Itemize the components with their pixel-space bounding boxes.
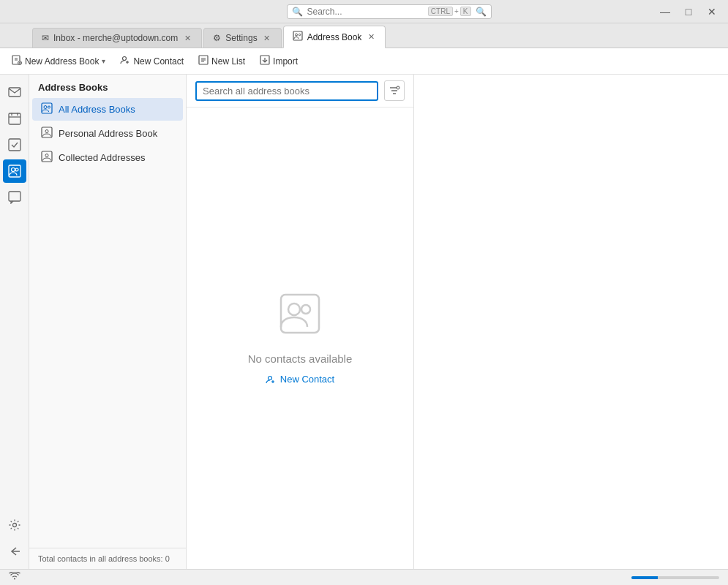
empty-new-contact-link[interactable]: New Contact	[266, 374, 334, 385]
sidebar-footer: Total contacts in all address books: 0	[29, 548, 186, 569]
import-icon	[260, 55, 270, 67]
nav-chat-button[interactable]	[3, 186, 26, 209]
import-label: Import	[273, 56, 298, 67]
titlebar: 🔍 CTRL + K 🔍 — □ ✕	[0, 0, 728, 23]
main-content: No contacts available New Contact	[187, 75, 413, 569]
filter-button[interactable]	[384, 80, 405, 101]
statusbar	[0, 569, 728, 585]
new-address-book-button[interactable]: New Address Book ▾	[6, 52, 111, 70]
statusbar-wifi-icon	[9, 572, 20, 583]
nav-contacts-button[interactable]	[3, 159, 26, 183]
svg-point-2	[299, 34, 300, 35]
sidebar-section-title: Address Books	[29, 75, 186, 97]
new-list-icon	[198, 55, 209, 67]
nav-back-button[interactable]	[3, 540, 26, 563]
svg-rect-27	[9, 192, 20, 201]
svg-rect-0	[293, 31, 302, 40]
search-shortcut: CTRL + K	[428, 7, 471, 16]
svg-point-1	[295, 34, 297, 36]
tab-settings-close[interactable]: ✕	[262, 33, 272, 43]
import-button[interactable]: Import	[254, 52, 304, 70]
tab-inbox-close[interactable]: ✕	[182, 33, 192, 43]
svg-rect-18	[9, 88, 20, 97]
titlebar-search-input[interactable]	[307, 7, 424, 17]
close-button[interactable]: ✕	[702, 4, 722, 20]
all-addressbooks-icon	[41, 102, 53, 116]
svg-point-40	[397, 86, 399, 89]
sidebar-item-all[interactable]: All Address Books	[32, 98, 183, 121]
nav-calendar-button[interactable]	[3, 107, 26, 130]
svg-point-25	[11, 168, 15, 172]
empty-new-contact-label: New Contact	[280, 374, 334, 385]
sidebar-item-all-label: All Address Books	[59, 104, 135, 115]
new-address-book-dropdown[interactable]: ▾	[102, 57, 105, 65]
tab-addressbook[interactable]: Address Book ✕	[283, 26, 386, 48]
maximize-button[interactable]: □	[678, 4, 699, 20]
new-contact-icon	[120, 55, 130, 67]
personal-addressbook-icon	[41, 127, 53, 140]
svg-point-44	[268, 376, 271, 380]
tab-settings-label: Settings	[225, 33, 257, 43]
titlebar-search[interactable]: 🔍 CTRL + K 🔍	[287, 4, 492, 19]
new-list-label: New List	[211, 56, 245, 67]
new-contact-button[interactable]: New Contact	[114, 52, 189, 70]
svg-point-26	[15, 168, 18, 171]
nav-tasks-button[interactable]	[3, 133, 26, 156]
inbox-tab-icon: ✉	[42, 33, 49, 43]
search-box[interactable]	[195, 81, 378, 101]
svg-point-28	[12, 524, 16, 527]
svg-point-32	[48, 106, 50, 108]
minimize-button[interactable]: —	[655, 4, 675, 20]
sidebar-item-personal[interactable]: Personal Address Book	[32, 122, 183, 145]
tab-addressbook-close[interactable]: ✕	[366, 32, 376, 42]
svg-point-34	[45, 130, 48, 133]
tab-addressbook-label: Address Book	[307, 32, 362, 42]
nav-settings-button[interactable]	[3, 513, 26, 537]
tab-inbox[interactable]: ✉ Inbox - merche@uptodown.com ✕	[32, 28, 202, 48]
search-icon: 🔍	[292, 7, 303, 17]
settings-tab-icon: ⚙	[213, 33, 221, 43]
svg-point-31	[44, 106, 47, 109]
svg-point-43	[301, 305, 310, 314]
sidebar-item-collected[interactable]: Collected Addresses	[32, 146, 183, 169]
main-layout: Address Books All Address Books Personal…	[0, 75, 728, 569]
statusbar-right	[631, 576, 719, 579]
nav-email-button[interactable]	[3, 80, 26, 104]
new-list-button[interactable]: New List	[192, 52, 251, 70]
svg-rect-41	[281, 295, 319, 333]
tabbar: ✉ Inbox - merche@uptodown.com ✕ ⚙ Settin…	[0, 23, 728, 48]
tab-settings[interactable]: ⚙ Settings ✕	[203, 28, 281, 48]
addressbook-sidebar: Address Books All Address Books Personal…	[29, 75, 187, 569]
statusbar-progress	[631, 576, 719, 579]
toolbar: New Address Book ▾ New Contact New List …	[0, 48, 728, 75]
svg-rect-23	[9, 139, 20, 151]
new-address-book-icon	[12, 55, 22, 67]
sidebar-item-collected-label: Collected Addresses	[59, 152, 146, 163]
new-address-book-label: New Address Book	[25, 56, 99, 67]
app-sidebar	[0, 75, 29, 569]
search-submit-icon: 🔍	[476, 7, 487, 17]
sidebar-bottom	[3, 513, 26, 563]
right-panel	[413, 75, 728, 569]
empty-state-icon	[278, 292, 322, 344]
search-input[interactable]	[203, 86, 371, 97]
window-controls: — □ ✕	[655, 4, 722, 20]
collected-addressbook-icon	[41, 151, 53, 165]
tab-inbox-label: Inbox - merche@uptodown.com	[53, 33, 178, 43]
addressbook-tab-icon	[293, 31, 303, 43]
svg-point-42	[288, 303, 300, 315]
svg-point-36	[45, 154, 48, 157]
svg-rect-19	[9, 113, 20, 124]
svg-point-9	[123, 57, 127, 61]
empty-state: No contacts available New Contact	[187, 107, 413, 569]
new-contact-label: New Contact	[133, 56, 184, 67]
sidebar-item-personal-label: Personal Address Book	[59, 128, 157, 139]
empty-state-message: No contacts available	[248, 352, 353, 365]
content-header	[187, 75, 413, 107]
